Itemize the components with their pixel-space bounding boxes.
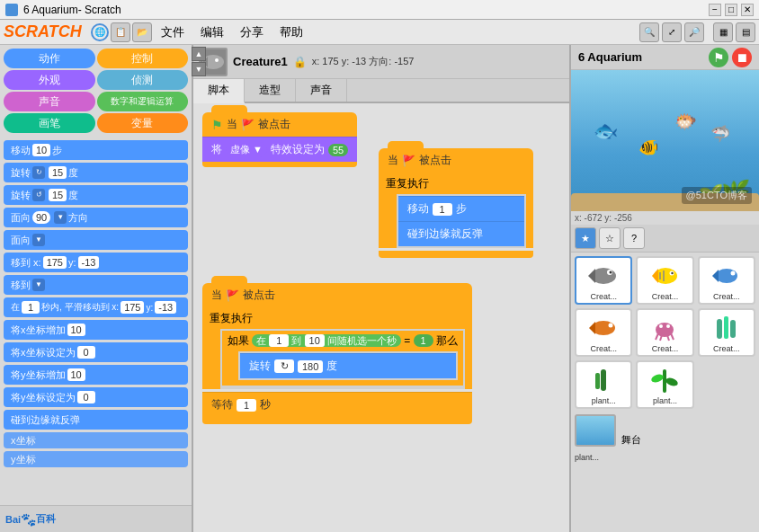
watermark: @51CTO博客 bbox=[682, 187, 752, 204]
block-move-1[interactable]: 移动 1 步 bbox=[398, 196, 524, 221]
block-bounce[interactable]: 碰到边缘就反弹 bbox=[4, 410, 188, 430]
hat-text-3: 被点击 bbox=[243, 288, 275, 303]
minimize-button[interactable]: − bbox=[709, 4, 721, 16]
block-set-x[interactable]: 将x坐标设定为 0 bbox=[4, 342, 188, 362]
tab-scripts[interactable]: 脚本 bbox=[193, 79, 245, 103]
sprite-item-creature7[interactable]: plant... bbox=[575, 360, 632, 409]
language-button[interactable]: 🌐 bbox=[91, 23, 109, 41]
sprite-item-creature4[interactable]: Creat... bbox=[575, 308, 632, 357]
block-turn-left[interactable]: 旋转 ↺15 度 bbox=[4, 185, 188, 205]
sprite-item-plant[interactable]: plant... bbox=[636, 360, 693, 409]
category-sensing[interactable]: 侦测 bbox=[97, 70, 189, 90]
menu-share[interactable]: 分享 bbox=[233, 22, 271, 42]
hat-block-2[interactable]: 当 🚩 被点击 bbox=[379, 148, 533, 173]
block-goto[interactable]: 移到 ▼ bbox=[4, 275, 188, 295]
sprite-item-creature2[interactable]: Creat... bbox=[636, 256, 693, 305]
maximize-button[interactable]: □ bbox=[725, 4, 737, 16]
main-layout: 动作 控制 外观 侦测 声音 数字和逻辑运算 画笔 变量 移动 10 步 旋转 … bbox=[0, 45, 759, 532]
sprite-img-3 bbox=[707, 260, 746, 292]
tool-star[interactable]: ★ bbox=[575, 227, 596, 249]
block-bounce-2[interactable]: 碰到边缘就反弹 bbox=[398, 221, 524, 246]
block-change-x[interactable]: 将x坐标增加 10 bbox=[4, 320, 188, 340]
zoom-in-btn[interactable]: 🔎 bbox=[684, 22, 704, 42]
category-motion[interactable]: 动作 bbox=[4, 49, 95, 68]
stage-row: 舞台 bbox=[575, 414, 641, 447]
block-set-effect[interactable]: 将 虚像 ▼ 特效设定为 55 bbox=[202, 137, 357, 162]
tool-help[interactable]: ? bbox=[623, 227, 645, 249]
menu-file[interactable]: 文件 bbox=[154, 22, 192, 42]
forever-inner-2: 移动 1 步 碰到边缘就反弹 bbox=[397, 194, 526, 248]
view-btn-2[interactable]: ▤ bbox=[736, 22, 755, 42]
sprite-item-creature1[interactable]: Creat... bbox=[575, 256, 632, 305]
block-glide[interactable]: 在1秒内, 平滑移动到 x:175 y:-13 bbox=[4, 297, 188, 317]
category-control[interactable]: 控制 bbox=[97, 49, 189, 68]
tab-sounds[interactable]: 声音 bbox=[296, 79, 347, 102]
sprites-grid: Creat... Creat... bbox=[575, 256, 755, 409]
scroll-down-arrow[interactable]: ▼ bbox=[192, 62, 206, 76]
zoom-out-btn[interactable]: 🔍 bbox=[639, 22, 659, 42]
menu-help[interactable]: 帮助 bbox=[272, 22, 310, 42]
blocks-palette: 移动 10 步 旋转 ↻15 度 旋转 ↺15 度 面向 90▼ 方向 面向 ▼… bbox=[0, 137, 192, 505]
menu-edit[interactable]: 编辑 bbox=[193, 22, 231, 42]
forever-block-2[interactable]: 重复执行 移动 1 步 碰到边缘就反弹 bbox=[379, 173, 533, 248]
stage-thumbnail-area: 舞台 plant... bbox=[575, 414, 755, 463]
block-rotate-180[interactable]: 旋转 ↻ 180 度 bbox=[240, 353, 456, 378]
center-panel: Creature1 🔒 x: 175 y: -13 方向: -157 脚本 造型… bbox=[193, 45, 571, 532]
window-controls[interactable]: − □ ✕ bbox=[709, 4, 754, 16]
block-face-direction[interactable]: 面向 90▼ 方向 bbox=[4, 208, 188, 227]
copy-icon-btn[interactable]: 📋 bbox=[111, 22, 130, 42]
sprite-tabs: 脚本 造型 声音 bbox=[193, 79, 569, 103]
stop-button[interactable]: ⏹ bbox=[732, 48, 752, 67]
scroll-up-arrow[interactable]: ▲ bbox=[192, 47, 206, 61]
effect-dropdown[interactable]: 虚像 ▼ bbox=[226, 142, 267, 157]
folder-icon-btn[interactable]: 📂 bbox=[132, 22, 152, 42]
svg-marker-8 bbox=[652, 269, 658, 283]
sprite-label-2: Creat... bbox=[639, 292, 690, 301]
close-button[interactable]: ✕ bbox=[741, 4, 754, 16]
block-set-y[interactable]: 将y坐标设定为 0 bbox=[4, 387, 188, 407]
title-bar-left: 6 Aquarium- Scratch bbox=[5, 4, 121, 16]
hat-block-3[interactable]: 当 🚩 被点击 bbox=[202, 283, 472, 307]
sprite-header: Creature1 🔒 x: 175 y: -13 方向: -157 bbox=[193, 45, 569, 79]
view-btn-1[interactable]: ▦ bbox=[713, 22, 733, 42]
block-wait-1[interactable]: 等待 1 秒 bbox=[202, 392, 472, 417]
lock-icon: 🔒 bbox=[293, 56, 307, 68]
svg-marker-17 bbox=[589, 322, 595, 334]
block-x-pos[interactable]: x坐标 bbox=[4, 432, 188, 448]
svg-marker-14 bbox=[712, 270, 719, 282]
category-variables[interactable]: 变量 bbox=[97, 113, 189, 133]
tool-star-2[interactable]: ☆ bbox=[599, 227, 621, 249]
stage-title: 6 Aquarium bbox=[578, 50, 642, 64]
forever-label-3: 重复执行 bbox=[210, 312, 253, 324]
sprite-img-7 bbox=[584, 364, 623, 396]
green-flag-button[interactable]: ⚑ bbox=[709, 48, 728, 67]
scripts-area[interactable]: ⚑ 当 🚩 被点击 将 虚像 ▼ 特效设定为 55 当 🚩 被点击 bbox=[193, 103, 569, 532]
svg-point-33 bbox=[665, 377, 680, 387]
script3-bottom bbox=[202, 417, 472, 424]
tab-costumes[interactable]: 造型 bbox=[245, 79, 296, 102]
script-group-1: ⚑ 当 🚩 被点击 将 虚像 ▼ 特效设定为 55 bbox=[202, 112, 357, 167]
block-y-pos[interactable]: y坐标 bbox=[4, 451, 188, 467]
category-sound[interactable]: 声音 bbox=[4, 92, 95, 111]
if-block[interactable]: 如果 在 1 到 10 间随机选一个秒 = 1 那么 旋转 ↻ 180 度 bbox=[222, 331, 463, 386]
block-move-10[interactable]: 移动 10 步 bbox=[4, 140, 188, 160]
category-looks[interactable]: 外观 bbox=[4, 70, 95, 90]
zoom-full-btn[interactable]: ⤢ bbox=[662, 22, 682, 42]
forever-block-3[interactable]: 重复执行 如果 在 1 到 10 间随机选一个秒 = 1 那么 旋转 ↻ 180… bbox=[202, 307, 472, 389]
block-change-y[interactable]: 将y坐标增加 10 bbox=[4, 365, 188, 385]
sprite-item-creature3[interactable]: Creat... bbox=[698, 256, 755, 305]
block-face-toward[interactable]: 面向 ▼ bbox=[4, 230, 188, 250]
block-goto-xy[interactable]: 移到 x:175 y:-13 bbox=[4, 253, 188, 272]
sprite-label-6: Creat... bbox=[701, 344, 752, 353]
sprite-item-creature6[interactable]: Creat... bbox=[698, 308, 755, 357]
hat-block-1[interactable]: ⚑ 当 🚩 被点击 bbox=[202, 112, 357, 137]
block-turn-right[interactable]: 旋转 ↻15 度 bbox=[4, 163, 188, 182]
hat-label-2: 当 bbox=[388, 153, 398, 168]
hat-label-1: 当 bbox=[227, 117, 237, 132]
category-pen[interactable]: 画笔 bbox=[4, 113, 95, 133]
stage-thumb[interactable] bbox=[575, 414, 616, 447]
sprite-item-creature5[interactable]: Creat... bbox=[636, 308, 693, 357]
hat-label-3: 当 bbox=[211, 288, 222, 303]
category-operators[interactable]: 数字和逻辑运算 bbox=[97, 92, 189, 111]
sprite-img-4 bbox=[584, 312, 623, 344]
